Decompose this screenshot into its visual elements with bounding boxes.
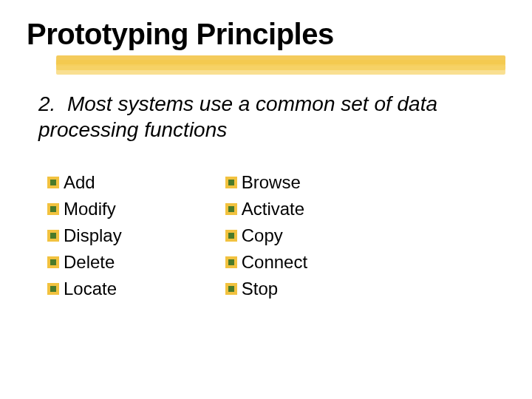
svg-rect-5 — [50, 233, 56, 239]
svg-rect-15 — [228, 233, 234, 239]
column-right: Browse Activate Copy Connect Stop — [225, 172, 307, 299]
list-item: Activate — [225, 199, 307, 219]
list-item-label: Delete — [64, 252, 115, 273]
svg-rect-3 — [50, 206, 56, 212]
list-item: Copy — [225, 225, 307, 246]
list-item-label: Connect — [242, 252, 307, 273]
z-bullet-icon — [47, 203, 59, 215]
columns: Add Modify Display Delete Locate B — [27, 172, 505, 299]
list-item: Browse — [225, 172, 307, 193]
svg-rect-9 — [50, 286, 56, 292]
z-bullet-icon — [47, 256, 59, 268]
list-item: Modify — [47, 199, 122, 219]
list-item-label: Browse — [242, 172, 301, 193]
z-bullet-icon — [225, 177, 237, 188]
svg-rect-19 — [228, 286, 234, 292]
subheading-number: 2. — [38, 92, 55, 115]
z-bullet-icon — [225, 203, 237, 215]
slide: Prototyping Principles 2. Most systems u… — [0, 0, 532, 399]
list-item: Delete — [47, 252, 122, 273]
list-item: Add — [47, 172, 122, 193]
z-bullet-icon — [225, 283, 237, 295]
z-bullet-icon — [47, 177, 59, 188]
list-item: Locate — [47, 279, 122, 299]
slide-title: Prototyping Principles — [27, 18, 505, 51]
column-left: Add Modify Display Delete Locate — [47, 172, 122, 299]
list-item-label: Activate — [242, 199, 304, 219]
z-bullet-icon — [225, 230, 237, 242]
list-item-label: Copy — [242, 225, 283, 246]
subheading: 2. Most systems use a common set of data… — [27, 91, 499, 143]
list-item: Connect — [225, 252, 307, 273]
list-item-label: Locate — [64, 279, 117, 299]
list-item-label: Display — [64, 225, 122, 246]
title-underline — [56, 55, 505, 75]
list-item: Stop — [225, 279, 307, 299]
list-item-label: Modify — [64, 199, 116, 219]
z-bullet-icon — [225, 256, 237, 268]
list-item-label: Add — [64, 172, 95, 193]
list-item: Display — [47, 225, 122, 246]
list-item-label: Stop — [242, 279, 278, 299]
svg-rect-7 — [50, 259, 56, 265]
svg-rect-13 — [228, 206, 234, 212]
svg-rect-1 — [50, 180, 56, 185]
z-bullet-icon — [47, 230, 59, 242]
z-bullet-icon — [47, 283, 59, 295]
subheading-text: Most systems use a common set of data pr… — [38, 92, 437, 141]
svg-rect-11 — [228, 180, 234, 185]
svg-rect-17 — [228, 259, 234, 265]
